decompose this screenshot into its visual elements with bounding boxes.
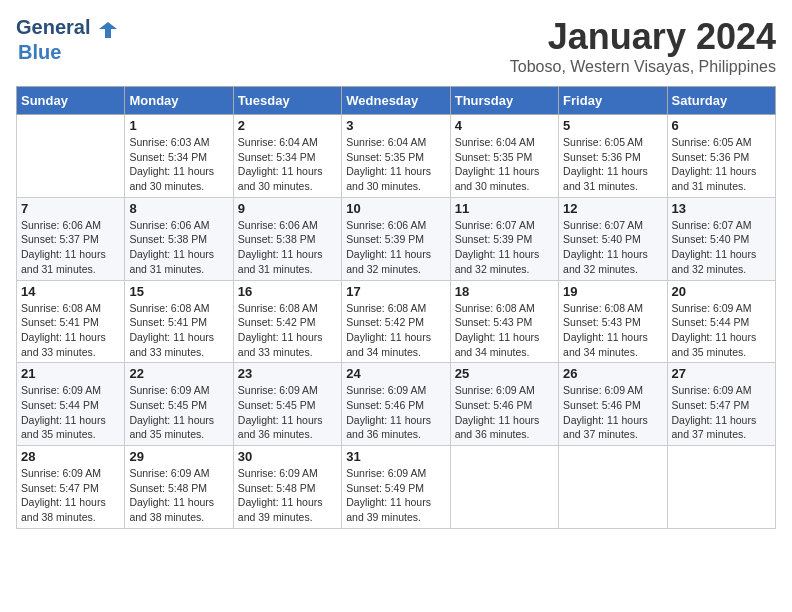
calendar-header-row: SundayMondayTuesdayWednesdayThursdayFrid… bbox=[17, 87, 776, 115]
page-header: General Blue January 2024 Toboso, Wester… bbox=[16, 16, 776, 76]
day-number: 30 bbox=[238, 449, 337, 464]
svg-marker-0 bbox=[99, 22, 117, 38]
day-info: Sunrise: 6:09 AM Sunset: 5:46 PM Dayligh… bbox=[563, 383, 662, 442]
day-number: 10 bbox=[346, 201, 445, 216]
weekday-header-thursday: Thursday bbox=[450, 87, 558, 115]
day-number: 6 bbox=[672, 118, 771, 133]
day-info: Sunrise: 6:09 AM Sunset: 5:46 PM Dayligh… bbox=[346, 383, 445, 442]
day-number: 15 bbox=[129, 284, 228, 299]
day-number: 11 bbox=[455, 201, 554, 216]
day-info: Sunrise: 6:09 AM Sunset: 5:45 PM Dayligh… bbox=[129, 383, 228, 442]
calendar-cell: 7Sunrise: 6:06 AM Sunset: 5:37 PM Daylig… bbox=[17, 197, 125, 280]
day-info: Sunrise: 6:07 AM Sunset: 5:39 PM Dayligh… bbox=[455, 218, 554, 277]
weekday-header-saturday: Saturday bbox=[667, 87, 775, 115]
weekday-header-tuesday: Tuesday bbox=[233, 87, 341, 115]
day-info: Sunrise: 6:09 AM Sunset: 5:46 PM Dayligh… bbox=[455, 383, 554, 442]
day-number: 22 bbox=[129, 366, 228, 381]
day-number: 20 bbox=[672, 284, 771, 299]
calendar-cell bbox=[559, 446, 667, 529]
calendar-cell: 31Sunrise: 6:09 AM Sunset: 5:49 PM Dayli… bbox=[342, 446, 450, 529]
calendar-cell bbox=[17, 115, 125, 198]
day-number: 26 bbox=[563, 366, 662, 381]
day-number: 13 bbox=[672, 201, 771, 216]
calendar-cell: 4Sunrise: 6:04 AM Sunset: 5:35 PM Daylig… bbox=[450, 115, 558, 198]
calendar-cell: 11Sunrise: 6:07 AM Sunset: 5:39 PM Dayli… bbox=[450, 197, 558, 280]
calendar-cell: 2Sunrise: 6:04 AM Sunset: 5:34 PM Daylig… bbox=[233, 115, 341, 198]
calendar-cell: 14Sunrise: 6:08 AM Sunset: 5:41 PM Dayli… bbox=[17, 280, 125, 363]
day-number: 14 bbox=[21, 284, 120, 299]
calendar-cell: 15Sunrise: 6:08 AM Sunset: 5:41 PM Dayli… bbox=[125, 280, 233, 363]
day-number: 7 bbox=[21, 201, 120, 216]
calendar-week-row: 14Sunrise: 6:08 AM Sunset: 5:41 PM Dayli… bbox=[17, 280, 776, 363]
calendar-week-row: 21Sunrise: 6:09 AM Sunset: 5:44 PM Dayli… bbox=[17, 363, 776, 446]
title-area: January 2024 Toboso, Western Visayas, Ph… bbox=[510, 16, 776, 76]
day-number: 3 bbox=[346, 118, 445, 133]
day-info: Sunrise: 6:09 AM Sunset: 5:44 PM Dayligh… bbox=[21, 383, 120, 442]
calendar-cell: 27Sunrise: 6:09 AM Sunset: 5:47 PM Dayli… bbox=[667, 363, 775, 446]
day-number: 28 bbox=[21, 449, 120, 464]
calendar-cell: 3Sunrise: 6:04 AM Sunset: 5:35 PM Daylig… bbox=[342, 115, 450, 198]
calendar-cell: 19Sunrise: 6:08 AM Sunset: 5:43 PM Dayli… bbox=[559, 280, 667, 363]
day-info: Sunrise: 6:08 AM Sunset: 5:42 PM Dayligh… bbox=[238, 301, 337, 360]
weekday-header-sunday: Sunday bbox=[17, 87, 125, 115]
day-info: Sunrise: 6:04 AM Sunset: 5:35 PM Dayligh… bbox=[455, 135, 554, 194]
day-number: 19 bbox=[563, 284, 662, 299]
day-info: Sunrise: 6:08 AM Sunset: 5:41 PM Dayligh… bbox=[21, 301, 120, 360]
weekday-header-monday: Monday bbox=[125, 87, 233, 115]
calendar-week-row: 7Sunrise: 6:06 AM Sunset: 5:37 PM Daylig… bbox=[17, 197, 776, 280]
calendar-cell: 18Sunrise: 6:08 AM Sunset: 5:43 PM Dayli… bbox=[450, 280, 558, 363]
day-info: Sunrise: 6:09 AM Sunset: 5:48 PM Dayligh… bbox=[129, 466, 228, 525]
day-info: Sunrise: 6:07 AM Sunset: 5:40 PM Dayligh… bbox=[563, 218, 662, 277]
calendar-cell: 9Sunrise: 6:06 AM Sunset: 5:38 PM Daylig… bbox=[233, 197, 341, 280]
calendar-cell: 29Sunrise: 6:09 AM Sunset: 5:48 PM Dayli… bbox=[125, 446, 233, 529]
day-info: Sunrise: 6:09 AM Sunset: 5:48 PM Dayligh… bbox=[238, 466, 337, 525]
day-number: 4 bbox=[455, 118, 554, 133]
day-number: 24 bbox=[346, 366, 445, 381]
calendar-cell: 5Sunrise: 6:05 AM Sunset: 5:36 PM Daylig… bbox=[559, 115, 667, 198]
calendar-cell: 8Sunrise: 6:06 AM Sunset: 5:38 PM Daylig… bbox=[125, 197, 233, 280]
day-number: 17 bbox=[346, 284, 445, 299]
logo-general: General bbox=[16, 16, 90, 38]
logo-blue: Blue bbox=[18, 41, 61, 63]
weekday-header-friday: Friday bbox=[559, 87, 667, 115]
calendar-cell: 13Sunrise: 6:07 AM Sunset: 5:40 PM Dayli… bbox=[667, 197, 775, 280]
calendar-week-row: 1Sunrise: 6:03 AM Sunset: 5:34 PM Daylig… bbox=[17, 115, 776, 198]
calendar-cell: 21Sunrise: 6:09 AM Sunset: 5:44 PM Dayli… bbox=[17, 363, 125, 446]
day-number: 9 bbox=[238, 201, 337, 216]
calendar-week-row: 28Sunrise: 6:09 AM Sunset: 5:47 PM Dayli… bbox=[17, 446, 776, 529]
day-number: 2 bbox=[238, 118, 337, 133]
day-number: 5 bbox=[563, 118, 662, 133]
day-number: 12 bbox=[563, 201, 662, 216]
day-info: Sunrise: 6:06 AM Sunset: 5:38 PM Dayligh… bbox=[129, 218, 228, 277]
day-info: Sunrise: 6:09 AM Sunset: 5:49 PM Dayligh… bbox=[346, 466, 445, 525]
calendar-cell: 25Sunrise: 6:09 AM Sunset: 5:46 PM Dayli… bbox=[450, 363, 558, 446]
calendar-cell: 6Sunrise: 6:05 AM Sunset: 5:36 PM Daylig… bbox=[667, 115, 775, 198]
location-title: Toboso, Western Visayas, Philippines bbox=[510, 58, 776, 76]
day-info: Sunrise: 6:06 AM Sunset: 5:39 PM Dayligh… bbox=[346, 218, 445, 277]
calendar-table: SundayMondayTuesdayWednesdayThursdayFrid… bbox=[16, 86, 776, 529]
day-info: Sunrise: 6:09 AM Sunset: 5:44 PM Dayligh… bbox=[672, 301, 771, 360]
day-info: Sunrise: 6:07 AM Sunset: 5:40 PM Dayligh… bbox=[672, 218, 771, 277]
calendar-cell: 30Sunrise: 6:09 AM Sunset: 5:48 PM Dayli… bbox=[233, 446, 341, 529]
day-number: 16 bbox=[238, 284, 337, 299]
calendar-cell: 12Sunrise: 6:07 AM Sunset: 5:40 PM Dayli… bbox=[559, 197, 667, 280]
day-info: Sunrise: 6:09 AM Sunset: 5:47 PM Dayligh… bbox=[21, 466, 120, 525]
calendar-cell: 20Sunrise: 6:09 AM Sunset: 5:44 PM Dayli… bbox=[667, 280, 775, 363]
day-number: 1 bbox=[129, 118, 228, 133]
day-number: 25 bbox=[455, 366, 554, 381]
calendar-cell: 1Sunrise: 6:03 AM Sunset: 5:34 PM Daylig… bbox=[125, 115, 233, 198]
calendar-cell: 17Sunrise: 6:08 AM Sunset: 5:42 PM Dayli… bbox=[342, 280, 450, 363]
day-info: Sunrise: 6:03 AM Sunset: 5:34 PM Dayligh… bbox=[129, 135, 228, 194]
day-info: Sunrise: 6:08 AM Sunset: 5:41 PM Dayligh… bbox=[129, 301, 228, 360]
logo: General Blue bbox=[16, 16, 119, 64]
calendar-cell: 16Sunrise: 6:08 AM Sunset: 5:42 PM Dayli… bbox=[233, 280, 341, 363]
calendar-cell: 22Sunrise: 6:09 AM Sunset: 5:45 PM Dayli… bbox=[125, 363, 233, 446]
day-info: Sunrise: 6:04 AM Sunset: 5:34 PM Dayligh… bbox=[238, 135, 337, 194]
day-info: Sunrise: 6:08 AM Sunset: 5:43 PM Dayligh… bbox=[563, 301, 662, 360]
calendar-cell: 26Sunrise: 6:09 AM Sunset: 5:46 PM Dayli… bbox=[559, 363, 667, 446]
day-number: 31 bbox=[346, 449, 445, 464]
logo-bird-icon bbox=[97, 19, 119, 41]
day-info: Sunrise: 6:05 AM Sunset: 5:36 PM Dayligh… bbox=[672, 135, 771, 194]
day-info: Sunrise: 6:06 AM Sunset: 5:38 PM Dayligh… bbox=[238, 218, 337, 277]
calendar-cell: 23Sunrise: 6:09 AM Sunset: 5:45 PM Dayli… bbox=[233, 363, 341, 446]
